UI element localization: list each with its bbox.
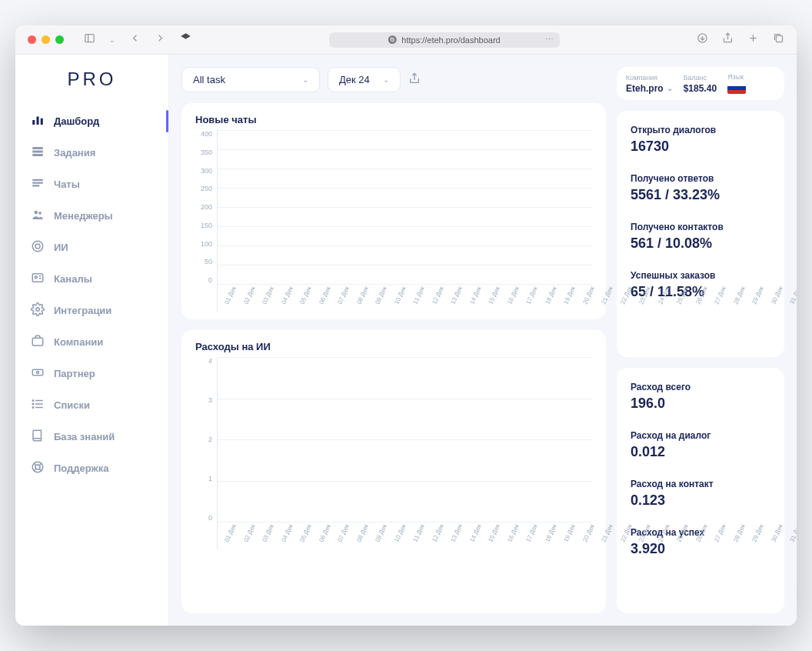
balance-label: Баланс [684,74,717,82]
svg-point-20 [32,241,43,252]
task-select-value: All task [193,74,225,85]
gear-icon [31,302,45,319]
language-label: Язык [727,73,746,81]
account-header: Компания Eteh.pro⌄ Баланс $185.40 Язык [617,67,784,100]
svg-point-26 [36,308,40,312]
chart-title: Новые чаты [195,114,592,125]
site-settings-icon[interactable]: 🔘 [388,35,397,44]
layers-icon[interactable] [180,32,191,47]
svg-point-33 [32,400,34,402]
main-content: All task ⌄ Дек 24 ⌄ Новые чаты 400350300… [169,55,797,626]
sidebar-item-label: Менеджеры [54,210,113,222]
back-icon[interactable] [129,32,141,47]
svg-rect-12 [32,147,43,149]
page-menu-icon[interactable]: ⋯ [545,35,554,45]
chevron-down-icon[interactable]: ⌄ [109,36,115,44]
chevron-down-icon: ⌄ [667,84,673,92]
company-label: Компания [626,74,673,82]
sidebar-item-label: Партнер [54,368,95,379]
svg-point-35 [32,407,34,409]
svg-point-23 [35,276,37,279]
sidebar-item-label: База знаний [54,431,115,442]
stat-item: Расход всего196.0 [631,382,770,412]
maximize-window-button[interactable] [55,35,64,44]
sidebar-item-7[interactable]: Компании [15,326,168,358]
minimize-window-button[interactable] [42,35,50,44]
sidebar-item-5[interactable]: Каналы [15,263,168,295]
svg-point-38 [35,465,40,469]
svg-rect-22 [32,274,43,282]
forward-icon[interactable] [155,32,166,47]
stat-value: 5561 / 33.23% [631,187,770,203]
svg-rect-11 [41,119,43,125]
stat-label: Открыто диалогов [631,125,770,135]
new-tab-icon[interactable] [747,32,759,47]
stat-value: 0.012 [631,444,770,460]
month-select-value: Дек 24 [339,74,370,85]
stat-item: Получено контактов561 / 10.08% [631,222,770,252]
svg-rect-14 [32,154,43,156]
stat-label: Расход на контакт [631,479,770,489]
chart-title: Расходы на ИИ [195,341,592,352]
sidebar-item-4[interactable]: ИИ [15,232,168,263]
company-select[interactable]: Eteh.pro⌄ [626,83,673,94]
book-icon [31,429,45,445]
sidebar-item-label: Каналы [54,273,92,285]
task-select[interactable]: All task ⌄ [181,67,320,92]
svg-rect-9 [32,120,35,125]
sidebar-item-3[interactable]: Менеджеры [15,200,168,232]
address-bar[interactable]: 🔘 https://eteh.pro/dashboard ⋯ [329,32,560,48]
users-icon [31,208,45,224]
download-icon[interactable] [697,32,708,47]
briefcase-icon [31,334,45,350]
sidebar-item-1[interactable]: Задания [15,137,168,169]
sidebar-item-8[interactable]: Партнер [15,358,168,389]
sidebar-item-10[interactable]: База знаний [15,421,168,452]
bars [218,357,592,522]
language-flag[interactable] [727,82,746,94]
month-select[interactable]: Дек 24 ⌄ [328,67,401,92]
svg-rect-13 [32,151,43,153]
sidebar: PRO ДашбордЗаданияЧатыМенеджерыИИКаналыИ… [15,55,169,626]
titlebar: ⌄ 🔘 https://eteh.pro/dashboard ⋯ [15,25,797,55]
sidebar-item-2[interactable]: Чаты [15,169,168,200]
lifebuoy-icon [31,460,45,476]
stat-item: Расход на диалог0.012 [631,430,770,460]
svg-rect-17 [32,185,39,186]
spend-chart-card: Расходы на ИИ 4321001 Дек02 Дек03 Дек04 … [181,330,606,613]
svg-rect-10 [37,117,39,125]
list-icon [31,397,45,413]
stat-item: Получено ответов5561 / 33.23% [631,173,770,203]
cash-icon [31,366,45,382]
tabs-icon[interactable] [773,32,784,47]
sidebar-item-label: Интеграции [54,305,111,316]
stat-label: Расход всего [631,382,770,392]
svg-point-18 [35,211,38,215]
browser-window: ⌄ 🔘 https://eteh.pro/dashboard ⋯ PRO Даш… [15,25,797,626]
stat-value: 196.0 [631,396,770,412]
svg-rect-8 [776,35,782,42]
y-axis: 400350300250200150100500 [195,130,217,284]
export-icon[interactable] [408,72,421,88]
chart-bar-icon [31,113,45,129]
close-window-button[interactable] [28,35,36,44]
share-icon[interactable] [722,32,734,47]
sidebar-item-0[interactable]: Дашборд [15,105,168,137]
stat-item: Открыто диалогов16730 [631,125,770,155]
svg-rect-28 [32,369,43,376]
svg-rect-27 [32,338,43,346]
chats-chart-card: Новые чаты 40035030025020015010050001 Де… [181,103,606,319]
stat-value: 561 / 10.08% [631,235,770,252]
stat-label: Расход на диалог [631,430,770,441]
stat-value: 16730 [631,139,770,155]
sidebar-toggle-icon[interactable] [84,32,95,47]
svg-line-42 [39,469,42,471]
chevron-down-icon: ⌄ [383,75,389,84]
sidebar-item-11[interactable]: Поддержка [15,452,168,484]
sidebar-item-6[interactable]: Интеграции [15,295,168,326]
svg-rect-15 [32,179,43,181]
svg-line-40 [39,463,42,466]
balance-value: $185.40 [684,83,717,94]
sidebar-item-9[interactable]: Списки [15,389,168,421]
svg-line-39 [34,463,36,466]
